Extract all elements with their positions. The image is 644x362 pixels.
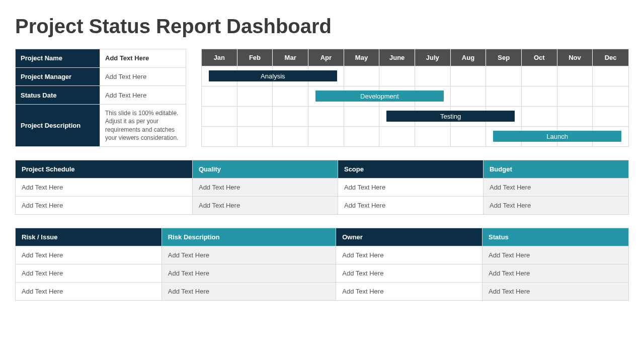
schedule-cell[interactable]: Add Text Here xyxy=(338,197,483,215)
risk-cell[interactable]: Add Text Here xyxy=(482,246,629,264)
gantt-month: Mar xyxy=(273,49,308,66)
gantt-month: May xyxy=(344,49,380,66)
gantt-month: Nov xyxy=(557,49,593,66)
schedule-cell[interactable]: Add Text Here xyxy=(338,178,483,197)
gantt-bar-launch: Launch xyxy=(493,131,621,142)
schedule-cell[interactable]: Add Text Here xyxy=(16,178,193,197)
info-value-description[interactable]: This slide is 100% editable. Adjust it a… xyxy=(100,105,186,147)
page-title: Project Status Report Dashboard xyxy=(15,15,629,38)
info-label-statusdate: Status Date xyxy=(16,86,100,105)
schedule-header: Quality xyxy=(192,160,338,178)
gantt-month: Jan xyxy=(202,49,237,66)
info-value-manager[interactable]: Add Text Here xyxy=(100,67,186,86)
risk-cell[interactable]: Add Text Here xyxy=(162,264,336,283)
gantt-month: Oct xyxy=(522,49,557,66)
schedule-header: Scope xyxy=(338,160,483,178)
info-value-name[interactable]: Add Text Here xyxy=(100,49,186,68)
risk-header: Risk Description xyxy=(162,228,336,246)
risk-cell[interactable]: Add Text Here xyxy=(16,246,162,264)
risk-cell[interactable]: Add Text Here xyxy=(16,283,162,301)
risk-header: Risk / Issue xyxy=(16,228,162,246)
risk-cell[interactable]: Add Text Here xyxy=(16,264,162,283)
gantt-bar-analysis: Analysis xyxy=(209,70,337,81)
gantt-month: Dec xyxy=(593,49,628,66)
schedule-table: Project Schedule Quality Scope Budget Ad… xyxy=(15,160,629,215)
info-label-manager: Project Manager xyxy=(16,67,100,86)
schedule-cell[interactable]: Add Text Here xyxy=(16,197,193,215)
project-info-table: Project Name Add Text Here Project Manag… xyxy=(15,49,186,147)
gantt-bar-development: Development xyxy=(315,90,443,102)
risk-header: Owner xyxy=(336,228,482,246)
gantt-chart: Jan Feb Mar Apr May June July Aug Sep Oc… xyxy=(201,49,629,147)
gantt-bar-testing: Testing xyxy=(386,111,514,122)
gantt-month: Aug xyxy=(451,49,487,66)
risk-cell[interactable]: Add Text Here xyxy=(336,264,482,283)
schedule-cell[interactable]: Add Text Here xyxy=(192,197,338,215)
gantt-month: Sep xyxy=(486,49,522,66)
risk-cell[interactable]: Add Text Here xyxy=(482,264,629,283)
schedule-cell[interactable]: Add Text Here xyxy=(483,178,628,197)
gantt-body: AnalysisDevelopmentTestingLaunch xyxy=(202,66,628,146)
gantt-month: Apr xyxy=(308,49,344,66)
schedule-header: Budget xyxy=(483,160,628,178)
schedule-cell[interactable]: Add Text Here xyxy=(483,197,628,215)
gantt-header: Jan Feb Mar Apr May June July Aug Sep Oc… xyxy=(202,49,628,66)
risk-cell[interactable]: Add Text Here xyxy=(336,283,482,301)
info-value-statusdate[interactable]: Add Text Here xyxy=(100,86,186,105)
schedule-header: Project Schedule xyxy=(16,160,193,178)
risk-cell[interactable]: Add Text Here xyxy=(162,246,336,264)
gantt-month: June xyxy=(379,49,415,66)
risk-cell[interactable]: Add Text Here xyxy=(336,246,482,264)
risk-cell[interactable]: Add Text Here xyxy=(162,283,336,301)
risk-header: Status xyxy=(482,228,629,246)
risk-cell[interactable]: Add Text Here xyxy=(482,283,629,301)
gantt-month: Feb xyxy=(237,49,273,66)
info-label-description: Project Description xyxy=(16,105,100,147)
gantt-month: July xyxy=(415,49,451,66)
info-label-name: Project Name xyxy=(16,49,100,68)
schedule-cell[interactable]: Add Text Here xyxy=(192,178,338,197)
risk-table: Risk / Issue Risk Description Owner Stat… xyxy=(15,228,629,301)
